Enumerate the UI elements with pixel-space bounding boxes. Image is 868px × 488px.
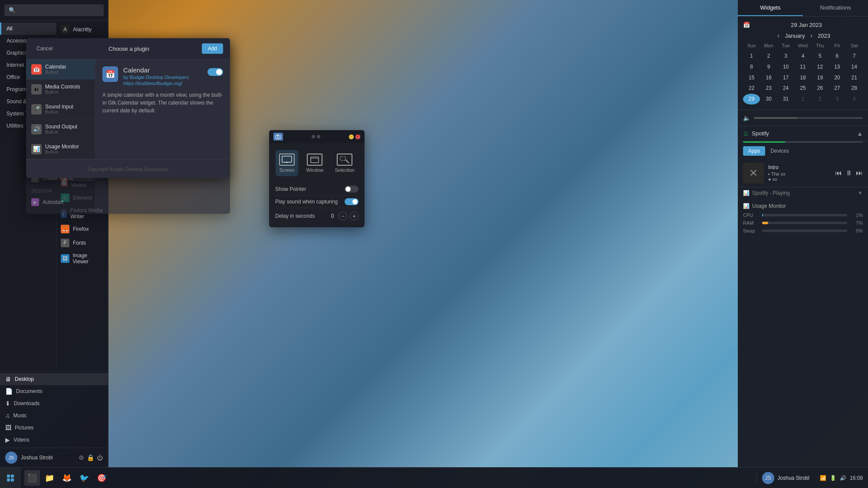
cal-day[interactable]: 11 <box>794 62 811 72</box>
cal-day[interactable]: 21 <box>846 72 863 83</box>
cal-weekday-wed: Wed <box>794 42 811 49</box>
show-pointer-label: Show Pointer <box>275 186 306 192</box>
media-tab-apps[interactable]: Apps <box>743 146 765 156</box>
cal-day[interactable]: 26 <box>812 83 829 94</box>
album-x-icon: ✕ <box>749 167 758 179</box>
media-tab-devices[interactable]: Devices <box>765 146 794 156</box>
swap-bar <box>762 229 847 232</box>
cal-day[interactable]: 16 <box>760 72 777 83</box>
delay-increment-btn[interactable]: + <box>350 212 358 220</box>
volume-slider[interactable] <box>754 117 863 119</box>
play-pause-btn[interactable]: ⏸ <box>845 169 852 177</box>
plugin-chooser-title: Choose a plugin <box>108 46 149 52</box>
cal-day[interactable]: 23 <box>760 83 777 94</box>
list-item[interactable]: 🦊 Firefox <box>56 222 108 236</box>
cal-day[interactable]: 8 <box>743 62 760 72</box>
plugin-enable-toggle[interactable] <box>207 68 223 76</box>
screenshot-mode-window[interactable]: Window <box>303 150 327 176</box>
cal-day[interactable]: 29 <box>743 94 760 105</box>
user-action-icon-2[interactable]: 🔒 <box>87 454 94 461</box>
screenshot-minimize-btn[interactable]: − <box>349 134 354 139</box>
plugin-cancel-button[interactable]: Cancel <box>33 43 56 54</box>
media-player-tabs: Apps Devices <box>743 146 863 156</box>
expand-icon[interactable]: ▼ <box>858 190 863 196</box>
cal-day[interactable]: 10 <box>777 62 794 72</box>
cal-day[interactable]: 4 <box>846 94 863 105</box>
cal-day[interactable]: 14 <box>846 62 863 72</box>
screenshot-close-btn[interactable]: × <box>355 134 360 139</box>
taskbar-app-firefox[interactable]: 🦊 <box>59 470 75 486</box>
cal-day[interactable]: 25 <box>794 83 811 94</box>
taskbar-app-budgie[interactable]: 🐦 <box>76 470 92 486</box>
plugin-item-usage[interactable]: 📊 Usage Monitor Built-in <box>26 139 95 159</box>
delay-decrement-btn[interactable]: − <box>339 212 347 220</box>
cal-day[interactable]: 22 <box>743 83 760 94</box>
cal-weekday-tue: Tue <box>777 42 794 49</box>
plugin-item-calendar[interactable]: 📅 Calendar Built-in <box>26 59 95 79</box>
cal-day[interactable]: 3 <box>829 94 845 105</box>
folder-videos[interactable]: ▶ Videos <box>0 434 108 446</box>
cal-day[interactable]: 28 <box>846 83 863 94</box>
cal-day[interactable]: 2 <box>760 51 777 62</box>
app-name-fonts: Fonts <box>73 240 86 246</box>
cal-day[interactable]: 18 <box>794 72 811 83</box>
list-item[interactable]: 🖼 Image Viewer <box>56 250 108 267</box>
prev-btn[interactable]: ⏮ <box>835 169 842 177</box>
cal-day[interactable]: 7 <box>846 51 863 62</box>
cal-day[interactable]: 9 <box>760 62 777 72</box>
play-sound-toggle[interactable] <box>345 198 358 205</box>
cal-day[interactable]: 31 <box>777 94 794 105</box>
taskbar-app-extra[interactable]: 🎯 <box>94 470 109 486</box>
search-input[interactable] <box>4 4 104 16</box>
cal-day[interactable]: 6 <box>829 51 845 62</box>
start-button[interactable] <box>0 468 21 488</box>
screenshot-mode-selection[interactable]: Selection <box>331 150 358 176</box>
plugin-chooser-footer: Copyright Budgie Desktop Developers <box>26 159 230 178</box>
folder-documents[interactable]: 📄 Documents <box>0 385 108 397</box>
cal-next-btn[interactable]: › <box>809 32 814 39</box>
cal-day[interactable]: 12 <box>812 62 829 72</box>
folder-pictures[interactable]: 🖼 Pictures <box>0 422 108 434</box>
list-item[interactable]: F Fonts <box>56 236 108 250</box>
next-btn[interactable]: ⏭ <box>856 169 863 177</box>
list-item[interactable]: A Alacritty <box>56 23 108 36</box>
cal-day[interactable]: 15 <box>743 72 760 83</box>
cal-day[interactable]: 3 <box>777 51 794 62</box>
cal-day[interactable]: 13 <box>829 62 845 72</box>
cal-day[interactable]: 5 <box>812 51 829 62</box>
cal-day[interactable]: 30 <box>760 94 777 105</box>
cal-day[interactable]: 2 <box>812 94 829 105</box>
plugin-item-soundout[interactable]: 🔊 Sound Output Built-in <box>26 119 95 139</box>
cal-day[interactable]: 4 <box>794 51 811 62</box>
show-pointer-toggle[interactable] <box>345 186 358 193</box>
spotify-arrow-icon[interactable]: ▲ <box>857 130 863 137</box>
settings-item-autostart[interactable]: ▶ Autostart <box>26 195 95 209</box>
cal-day[interactable]: 20 <box>829 72 845 83</box>
taskbar-app-files[interactable]: 📁 <box>42 470 57 486</box>
cal-day[interactable]: 27 <box>829 83 845 94</box>
cal-prev-btn[interactable]: ‹ <box>776 32 781 39</box>
folder-music[interactable]: ♫ Music <box>0 409 108 422</box>
taskbar-app-terminal[interactable]: ⬛ <box>24 470 40 486</box>
usage-monitor-label: Usage Monitor <box>752 203 786 209</box>
downloads-folder-icon: ⬇ <box>5 400 10 407</box>
cal-day[interactable]: 1 <box>743 51 760 62</box>
cal-day[interactable]: 1 <box>794 94 811 105</box>
tab-notifications[interactable]: Notifications <box>803 0 868 16</box>
folder-videos-label: Videos <box>13 437 29 443</box>
screenshot-mode-screen[interactable]: Screen <box>276 150 298 176</box>
cal-day[interactable]: 17 <box>777 72 794 83</box>
cat-all[interactable]: All <box>0 23 56 35</box>
plugin-add-button[interactable]: Add <box>202 43 223 54</box>
cal-day[interactable]: 24 <box>777 83 794 94</box>
spotify-progress-bar[interactable] <box>743 141 863 143</box>
play-sound-label: Play sound when capturing <box>275 199 338 205</box>
folder-downloads[interactable]: ⬇ Downloads <box>0 397 108 409</box>
plugin-item-media[interactable]: ⏯ Media Controls Built-in <box>26 79 95 99</box>
folder-desktop[interactable]: 🖥 Desktop <box>0 373 108 385</box>
tab-widgets[interactable]: Widgets <box>738 0 803 16</box>
user-action-icon-1[interactable]: ⚙ <box>79 454 84 461</box>
plugin-item-soundin[interactable]: 🎤 Sound Input Built-in <box>26 99 95 119</box>
cal-day[interactable]: 19 <box>812 72 829 83</box>
user-action-icon-3[interactable]: ⏻ <box>97 454 103 461</box>
